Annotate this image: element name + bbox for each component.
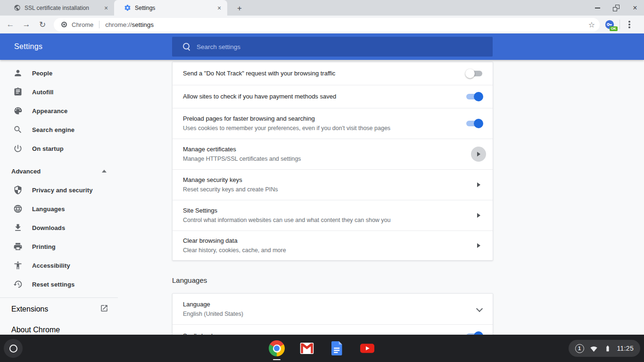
battery-icon	[603, 344, 612, 353]
tab-close-icon[interactable]: ×	[215, 4, 223, 12]
new-tab-button[interactable]: +	[234, 3, 245, 14]
browser-toolbar: ← → ↻ Chrome chrome://settings ☆ OK	[0, 16, 644, 33]
settings-sidebar: People Autofill Appearance Search engine…	[0, 60, 118, 335]
chromeos-screen: SSL certificate installation × Settings …	[0, 0, 644, 362]
sidebar-item-people[interactable]: People	[0, 64, 118, 82]
sidebar-item-label: Reset settings	[32, 281, 74, 288]
page-title: Settings	[14, 33, 42, 60]
preload-pages-row[interactable]: Preload pages for faster browsing and se…	[173, 108, 493, 139]
accessibility-icon	[13, 261, 23, 270]
bookmark-star-icon[interactable]: ☆	[588, 20, 595, 29]
window-close-button[interactable]: ×	[631, 4, 639, 12]
sidebar-item-appearance[interactable]: Appearance	[0, 101, 118, 120]
sidebar-item-label: Languages	[32, 206, 65, 213]
password-key-extension-icon[interactable]: OK	[604, 19, 615, 30]
address-bar[interactable]: Chrome chrome://settings ☆	[54, 18, 600, 32]
restore-button[interactable]	[612, 4, 620, 12]
running-indicator	[273, 359, 281, 361]
clear-browsing-data-row[interactable]: Clear browsing data Clear history, cooki…	[173, 230, 493, 260]
download-icon	[13, 223, 23, 232]
sidebar-item-downloads[interactable]: Downloads	[0, 218, 118, 237]
history-icon	[13, 280, 23, 289]
tab-ssl-certificate-installation[interactable]: SSL certificate installation ×	[5, 0, 114, 16]
site-settings-row[interactable]: Site Settings Control what information w…	[173, 200, 493, 230]
do-not-track-toggle[interactable]	[466, 70, 482, 77]
language-row[interactable]: Language English (United States)	[173, 294, 493, 324]
settings-header: Settings	[0, 33, 644, 60]
sidebar-item-label: On startup	[32, 145, 64, 152]
tab-title: Settings	[135, 5, 215, 11]
sidebar-item-search-engine[interactable]: Search engine	[0, 120, 118, 139]
sidebar-item-label: Privacy and security	[32, 187, 92, 194]
magnifier-icon	[13, 125, 23, 134]
manage-security-keys-row[interactable]: Manage security keys Reset security keys…	[173, 169, 493, 200]
sidebar-item-about-chrome[interactable]: About Chrome	[0, 321, 118, 335]
settings-content: People Autofill Appearance Search engine…	[0, 60, 644, 335]
payment-methods-row[interactable]: Allow sites to check if you have payment…	[173, 85, 493, 108]
back-button[interactable]: ←	[4, 18, 17, 31]
site-settings-arrow-icon[interactable]	[471, 208, 486, 223]
preload-pages-toggle[interactable]	[466, 120, 482, 127]
minimize-button[interactable]	[593, 4, 602, 12]
globe-icon	[13, 204, 23, 214]
globe-favicon-icon	[13, 4, 21, 12]
manage-certificates-row[interactable]: Manage certificates Manage HTTPS/SSL cer…	[173, 139, 493, 169]
search-input[interactable]	[197, 43, 461, 50]
search-icon	[182, 42, 191, 51]
sidebar-item-privacy-security[interactable]: Privacy and security	[0, 181, 118, 199]
docs-app-icon[interactable]	[329, 340, 346, 357]
privacy-settings-card: Send a "Do Not Track" request with your …	[172, 62, 493, 261]
youtube-app-icon[interactable]	[359, 340, 376, 357]
do-not-track-row[interactable]: Send a "Do Not Track" request with your …	[173, 62, 493, 85]
chrome-app-icon[interactable]	[268, 340, 285, 357]
sidebar-item-label: Downloads	[32, 224, 65, 231]
power-icon	[13, 144, 23, 153]
gear-favicon-icon	[124, 4, 131, 12]
shield-icon	[13, 185, 23, 195]
tab-settings[interactable]: Settings ×	[114, 0, 227, 16]
omnibox-separator	[99, 21, 99, 28]
sidebar-item-label: Autofill	[32, 89, 54, 96]
sidebar-item-autofill[interactable]: Autofill	[0, 82, 118, 101]
settings-search-box[interactable]	[172, 37, 493, 57]
chevron-down-icon[interactable]	[477, 305, 482, 311]
clipboard-icon	[13, 87, 23, 97]
browser-menu-button[interactable]	[625, 19, 634, 30]
url-text: chrome://settings	[105, 21, 154, 28]
external-link-icon	[100, 304, 108, 314]
site-name: Chrome	[72, 21, 93, 28]
sidebar-advanced-toggle[interactable]: Advanced	[0, 162, 118, 181]
sidebar-item-on-startup[interactable]: On startup	[0, 139, 118, 158]
sidebar-item-extensions[interactable]: Extensions	[0, 298, 118, 321]
gmail-app-icon[interactable]	[298, 340, 315, 357]
sidebar-item-reset-settings[interactable]: Reset settings	[0, 275, 118, 294]
sidebar-item-printing[interactable]: Printing	[0, 237, 118, 256]
languages-section-heading: Languages	[172, 276, 207, 284]
tab-close-icon[interactable]: ×	[102, 4, 110, 12]
tab-strip: SSL certificate installation × Settings …	[0, 0, 644, 16]
sidebar-item-languages[interactable]: Languages	[0, 199, 118, 218]
spell-check-row[interactable]: Spell check	[173, 324, 493, 335]
sidebar-item-label: Search engine	[32, 126, 74, 133]
forward-button[interactable]: →	[20, 18, 33, 31]
shelf-apps	[0, 335, 644, 362]
palette-icon	[13, 106, 23, 115]
reload-button[interactable]: ↻	[36, 18, 49, 31]
person-icon	[13, 68, 23, 78]
clear-browsing-data-arrow-icon[interactable]	[471, 238, 486, 253]
toolbar-separator	[619, 20, 620, 29]
sidebar-item-accessibility[interactable]: Accessibility	[0, 256, 118, 275]
chromeos-shelf: 1 11:25	[0, 335, 644, 362]
manage-certificates-arrow-icon[interactable]	[471, 147, 486, 162]
extension-ok-badge: OK	[610, 26, 618, 32]
languages-card: Language English (United States) Spell c…	[172, 293, 493, 335]
system-tray[interactable]: 1 11:25	[569, 340, 641, 357]
sidebar-item-label: Accessibility	[32, 262, 70, 269]
payment-methods-toggle[interactable]	[466, 93, 482, 100]
wifi-icon	[589, 344, 598, 353]
sidebar-item-label: Printing	[32, 243, 56, 250]
manage-security-keys-arrow-icon[interactable]	[471, 177, 486, 192]
printer-icon	[13, 242, 23, 251]
window-controls: ×	[593, 0, 639, 16]
collapse-caret-icon	[102, 170, 107, 173]
